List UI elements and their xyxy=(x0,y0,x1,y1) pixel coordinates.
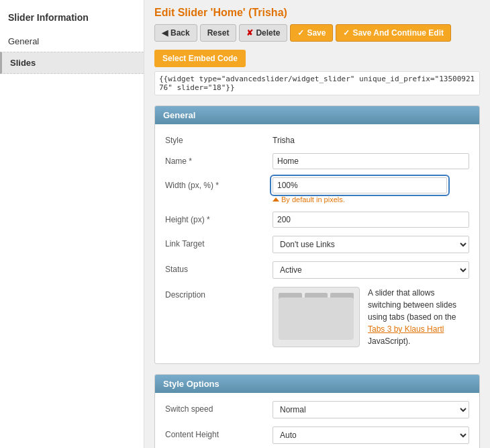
description-area: A slider that allows switching between s… xyxy=(273,287,469,347)
delete-icon: ✘ xyxy=(246,28,253,38)
delete-button[interactable]: ✘ Delete xyxy=(239,24,287,42)
general-panel: General Style Trisha Name * Width (px, %… xyxy=(154,105,480,364)
arrow-up-icon xyxy=(273,197,279,201)
switch-speed-select[interactable]: Normal Slow Fast xyxy=(273,401,469,418)
sidebar-item-general[interactable]: General xyxy=(0,31,144,52)
description-text: A slider that allows switching between s… xyxy=(368,287,469,347)
status-label: Status xyxy=(165,261,273,274)
name-field-wrap xyxy=(273,153,469,169)
back-button[interactable]: ◀ Back xyxy=(154,24,197,42)
style-row: Style Trisha xyxy=(165,132,469,145)
switch-speed-field-wrap: Normal Slow Fast xyxy=(273,401,469,418)
embed-section: Select Embed Code {{widget type="advance… xyxy=(154,50,480,95)
save-icon: ✓ xyxy=(297,28,304,38)
save-continue-label: Save And Continue Edit xyxy=(352,28,444,38)
desc-image-inner xyxy=(279,298,354,340)
sidebar-item-slides[interactable]: Slides xyxy=(0,52,144,74)
general-panel-header: General xyxy=(155,106,479,124)
style-label: Style xyxy=(165,132,273,145)
toolbar: ◀ Back Reset ✘ Delete ✓ Save ✓ Save And … xyxy=(154,24,480,42)
description-image xyxy=(273,287,360,347)
general-panel-body: Style Trisha Name * Width (px, %) * xyxy=(155,124,479,363)
height-input[interactable] xyxy=(273,212,469,228)
delete-label: Delete xyxy=(256,28,280,38)
height-row: Height (px) * xyxy=(165,212,469,228)
embed-code: {{widget type="advancedslider/widget_sli… xyxy=(154,71,480,95)
status-row: Status Active Inactive xyxy=(165,261,469,279)
page-title: Edit Slider 'Home' (Trisha) xyxy=(154,7,480,19)
style-options-body: Switch speed Normal Slow Fast Content He… xyxy=(155,393,479,448)
style-options-panel: Style Options Switch speed Normal Slow F… xyxy=(154,374,480,448)
select-embed-button[interactable]: Select Embed Code xyxy=(154,50,246,67)
width-input[interactable] xyxy=(273,177,447,193)
reset-button[interactable]: Reset xyxy=(200,24,237,42)
sidebar-item-label: General xyxy=(8,36,39,46)
description-link[interactable]: Tabs 3 by Klaus Hartl xyxy=(368,324,444,334)
switch-speed-row: Switch speed Normal Slow Fast xyxy=(165,401,469,418)
link-target-field-wrap: Don't use Links Self Blank xyxy=(273,236,469,253)
description-text-after: JavaScript). xyxy=(368,337,410,346)
back-label: Back xyxy=(170,28,190,38)
width-row: Width (px, %) * By default in pixels. xyxy=(165,177,469,204)
status-select[interactable]: Active Inactive xyxy=(273,261,469,279)
sidebar-item-label: Slides xyxy=(10,58,36,68)
reset-label: Reset xyxy=(207,28,230,38)
description-text-before: A slider that allows switching between s… xyxy=(368,288,456,322)
description-label: Description xyxy=(165,287,273,300)
sidebar: Slider Information General Slides xyxy=(0,0,144,448)
height-field-wrap xyxy=(273,212,469,228)
save-button[interactable]: ✓ Save xyxy=(290,24,333,42)
link-target-label: Link Target xyxy=(165,236,273,249)
content-height-select[interactable]: Auto Fixed xyxy=(273,427,469,444)
switch-speed-label: Switch speed xyxy=(165,401,273,414)
name-input[interactable] xyxy=(273,153,469,169)
width-hint-text: By default in pixels. xyxy=(281,195,345,204)
width-field-wrap: By default in pixels. xyxy=(273,177,469,204)
content-height-label: Content Height xyxy=(165,427,273,439)
main-content: Edit Slider 'Home' (Trisha) ◀ Back Reset… xyxy=(144,0,490,448)
sidebar-title: Slider Information xyxy=(0,7,144,31)
width-input-container xyxy=(273,177,447,193)
name-label: Name * xyxy=(165,153,273,166)
content-height-field-wrap: Auto Fixed xyxy=(273,427,469,444)
width-label: Width (px, %) * xyxy=(165,177,273,190)
save-continue-button[interactable]: ✓ Save And Continue Edit xyxy=(336,24,451,42)
save-label: Save xyxy=(307,28,326,38)
link-target-select[interactable]: Don't use Links Self Blank xyxy=(273,236,469,253)
save-continue-icon: ✓ xyxy=(343,28,350,38)
name-row: Name * xyxy=(165,153,469,169)
height-label: Height (px) * xyxy=(165,212,273,224)
style-options-header: Style Options xyxy=(155,375,479,393)
description-row: Description A slider that allows switchi xyxy=(165,287,469,347)
link-target-row: Link Target Don't use Links Self Blank xyxy=(165,236,469,253)
content-height-row: Content Height Auto Fixed xyxy=(165,427,469,444)
back-arrow-icon: ◀ xyxy=(162,28,168,38)
status-field-wrap: Active Inactive xyxy=(273,261,469,279)
style-value: Trisha xyxy=(273,132,469,145)
width-hint: By default in pixels. xyxy=(273,195,469,204)
